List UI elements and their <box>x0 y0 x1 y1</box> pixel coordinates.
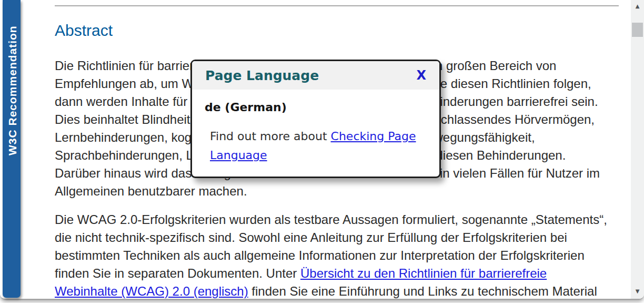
scroll-down-button[interactable]: ▼ <box>631 285 644 297</box>
abstract-heading: Abstract <box>55 21 613 40</box>
close-button[interactable]: X <box>416 69 426 82</box>
page-card: Abstract Die Richtlinien für barrierefre… <box>0 0 644 300</box>
abstract-paragraph-2: Die WCAG 2.0-Erfolgskriterien wurden als… <box>55 211 612 300</box>
scrollbar[interactable]: ▲ ▼ <box>631 0 644 299</box>
scrollbar-thumb[interactable] <box>632 23 643 37</box>
dialog-header: Page Language X <box>192 61 439 90</box>
dialog-body: de (German) Find out more about Checking… <box>192 90 439 165</box>
dialog-note-text: Find out more about <box>210 130 331 143</box>
dialog-title: Page Language <box>205 68 319 83</box>
scroll-down-icon: ▼ <box>636 288 640 294</box>
page-language-dialog: Page Language X de (German) Find out mor… <box>190 60 441 178</box>
scroll-up-button[interactable]: ▲ <box>631 0 644 12</box>
scroll-up-icon: ▲ <box>636 3 640 9</box>
w3c-recommendation-banner: W3C Recommendation <box>3 0 21 298</box>
language-value: de (German) <box>205 101 427 114</box>
w3c-recommendation-label: W3C Recommendation <box>6 25 19 155</box>
dialog-note: Find out more about Checking Page Langua… <box>210 127 427 165</box>
